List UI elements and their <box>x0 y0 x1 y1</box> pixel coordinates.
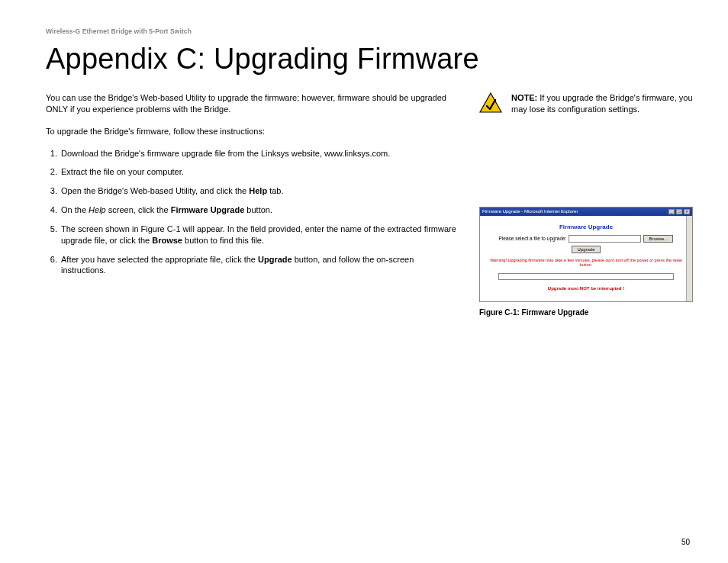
step-3: Open the Bridge's Web-based Utility, and… <box>60 185 458 197</box>
note-text: NOTE: If you upgrade the Bridge's firmwa… <box>511 92 693 115</box>
step5-browse-button: Browse <box>152 236 182 245</box>
figure-screenshot: Firmware Upgrade - Microsoft Internet Ex… <box>479 207 693 302</box>
minimize-icon: _ <box>668 209 675 214</box>
file-path-input <box>569 235 641 243</box>
close-icon: × <box>684 209 690 214</box>
figure-body: Firmware Upgrade Please select a file to… <box>480 216 692 301</box>
upgrade-row: Upgrade <box>486 246 686 253</box>
step-4: On the Help screen, click the Firmware U… <box>60 204 458 216</box>
scrollbar <box>686 216 692 301</box>
note-body: If you upgrade the Bridge's firmware, yo… <box>511 93 693 114</box>
window-buttons: _ □ × <box>668 209 690 214</box>
note-box: NOTE: If you upgrade the Bridge's firmwa… <box>479 92 693 115</box>
step3-text-a: Open the Bridge's Web-based Utility, and… <box>61 186 249 195</box>
warning-text-2: Upgrade must NOT be interrupted ! <box>486 286 686 291</box>
intro-paragraph-2: To upgrade the Bridge's firmware, follow… <box>46 126 458 137</box>
step3-help-tab: Help <box>249 186 267 195</box>
upgrade-button: Upgrade <box>572 246 600 253</box>
step-5: The screen shown in Figure C-1 will appe… <box>60 224 458 246</box>
note-label: NOTE: <box>511 93 537 102</box>
step-1: Download the Bridge's firmware upgrade f… <box>60 148 458 159</box>
warning-triangle-icon <box>479 92 502 114</box>
window-title-text: Firmware Upgrade - Microsoft Internet Ex… <box>482 209 578 214</box>
figure-heading: Firmware Upgrade <box>486 224 686 230</box>
browser-titlebar: Firmware Upgrade - Microsoft Internet Ex… <box>480 208 692 216</box>
instruction-list: Download the Bridge's firmware upgrade f… <box>46 148 458 277</box>
step-6: After you have selected the appropriate … <box>60 254 458 277</box>
step3-text-c: tab. <box>267 186 283 195</box>
file-prompt: Please select a file to upgrade: <box>499 236 567 241</box>
step4-help-screen: Help <box>89 205 106 214</box>
progress-bar <box>498 273 674 280</box>
main-text-column: You can use the Bridge's Web-based Utili… <box>46 92 458 317</box>
figure-caption: Figure C-1: Firmware Upgrade <box>479 308 693 317</box>
step4-text-c: screen, click the <box>106 205 171 214</box>
running-header: Wireless-G Ethernet Bridge with 5-Port S… <box>46 27 690 35</box>
side-column: NOTE: If you upgrade the Bridge's firmwa… <box>479 92 693 317</box>
step-2: Extract the file on your computer. <box>60 166 458 178</box>
step4-firmware-button: Firmware Upgrade <box>171 205 245 214</box>
step4-text-a: On the <box>61 205 89 214</box>
step6-upgrade-button: Upgrade <box>258 255 292 264</box>
step5-text-c: button to find this file. <box>182 236 264 245</box>
page-number: 50 <box>681 538 690 546</box>
browse-button: Browse... <box>643 235 673 243</box>
maximize-icon: □ <box>676 209 682 214</box>
page-title: Appendix C: Upgrading Firmware <box>46 43 690 76</box>
step4-text-e: button. <box>244 205 272 214</box>
step6-text-a: After you have selected the appropriate … <box>61 255 258 264</box>
file-select-row: Please select a file to upgrade: Browse.… <box>486 235 686 243</box>
document-page: Wireless-G Ethernet Bridge with 5-Port S… <box>0 0 728 563</box>
content-columns: You can use the Bridge's Web-based Utili… <box>46 92 690 317</box>
warning-text-1: Warning! Upgrading firmware may take a f… <box>486 258 686 267</box>
intro-paragraph-1: You can use the Bridge's Web-based Utili… <box>46 92 458 115</box>
